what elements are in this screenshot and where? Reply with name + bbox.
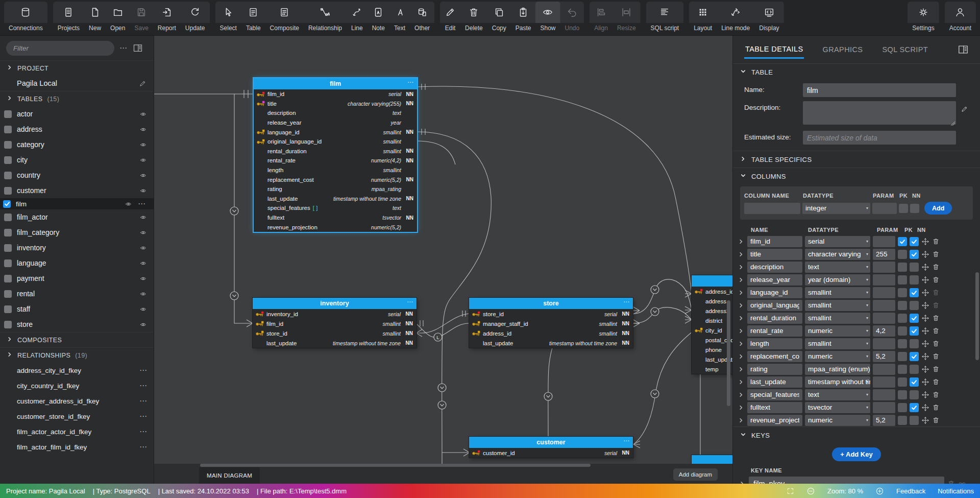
pk-checkbox[interactable] — [898, 403, 907, 412]
delete-column-icon[interactable] — [932, 276, 940, 283]
sidebar-item-customer[interactable]: customer — [0, 183, 154, 198]
column-param-input[interactable] — [873, 402, 895, 413]
column-name-input[interactable] — [747, 287, 802, 298]
nn-checkbox[interactable] — [910, 365, 919, 374]
sidebar-item-address[interactable]: address — [0, 122, 154, 137]
table-header[interactable]: address⋯ — [692, 275, 732, 287]
sidebar-item-city[interactable]: city — [0, 152, 154, 168]
pk-checkbox[interactable] — [898, 416, 907, 425]
diagram-table-clipped-table[interactable] — [692, 455, 732, 464]
key-link-icon[interactable] — [958, 480, 966, 484]
table-header[interactable]: store⋯ — [469, 298, 633, 309]
columns-section-header[interactable]: COLUMNS — [733, 168, 980, 184]
item-menu-icon[interactable]: ⋯ — [139, 412, 148, 421]
move-row-icon[interactable] — [921, 327, 929, 335]
table-section-header[interactable]: TABLE — [733, 64, 980, 80]
nn-checkbox[interactable] — [910, 352, 919, 361]
diagram-table-customer[interactable]: customer⋯customer_idserialNN — [469, 437, 633, 458]
pk-checkbox[interactable] — [898, 237, 907, 246]
note-button[interactable]: Note — [368, 2, 389, 32]
add-diagram-button[interactable]: Add diagram — [673, 468, 718, 481]
visibility-eye-icon[interactable] — [139, 214, 148, 221]
sidebar-item-store[interactable]: store — [0, 317, 154, 332]
delete-column-icon[interactable] — [932, 238, 940, 245]
table-checkbox[interactable] — [4, 275, 12, 282]
table-checkbox[interactable] — [3, 200, 11, 208]
table-header[interactable]: customer⋯ — [469, 437, 633, 448]
move-row-icon[interactable] — [921, 301, 929, 310]
edit-description-icon[interactable] — [961, 105, 968, 113]
sidebar-menu-icon[interactable]: ⋯ — [119, 43, 128, 53]
align-button[interactable]: Align — [590, 2, 612, 32]
expand-row-icon[interactable] — [738, 405, 745, 411]
table-checkbox[interactable] — [4, 172, 12, 179]
column-param-input[interactable] — [873, 325, 895, 337]
diagram-table-address[interactable]: address⋯address_idaddressaddress2distric… — [692, 275, 732, 374]
datatype-select[interactable]: text▾ — [805, 262, 870, 273]
sidebar-item-city_country_id_fkey[interactable]: city_country_id_fkey⋯ — [0, 378, 154, 393]
line-button[interactable]: Line — [347, 2, 368, 32]
edit-project-icon[interactable] — [139, 80, 146, 87]
show-button[interactable]: Show — [535, 2, 560, 32]
table-checkbox[interactable] — [4, 214, 12, 221]
expand-row-icon[interactable] — [738, 392, 745, 398]
table-name-field[interactable] — [803, 83, 956, 97]
visibility-eye-icon[interactable] — [139, 111, 148, 117]
table-checkbox[interactable] — [4, 156, 12, 164]
column-param-input[interactable] — [873, 351, 895, 362]
move-row-icon[interactable] — [921, 378, 929, 386]
expand-row-icon[interactable] — [738, 277, 745, 283]
pk-checkbox[interactable] — [898, 326, 907, 336]
datatype-select[interactable]: numeric▾ — [805, 325, 870, 337]
delete-button[interactable]: Delete — [460, 2, 487, 32]
sidebar-item-customer_store_id_fkey[interactable]: customer_store_id_fkey⋯ — [0, 409, 154, 424]
table-menu-icon[interactable]: ⋯ — [407, 298, 413, 305]
expand-row-icon[interactable] — [738, 290, 745, 296]
diagram-table-film[interactable]: film⋯film_idserialNNtitlecharacter varyi… — [254, 78, 417, 232]
delete-column-icon[interactable] — [932, 263, 940, 271]
sidebar-item-address_city_id_fkey[interactable]: address_city_id_fkey⋯ — [0, 363, 154, 378]
table-button[interactable]: Table — [241, 2, 265, 32]
column-param-input[interactable] — [873, 287, 895, 298]
datatype-select[interactable]: smallint▾ — [805, 313, 870, 324]
nn-checkbox[interactable] — [910, 237, 919, 246]
pk-checkbox[interactable] — [898, 365, 907, 374]
pk-checkbox[interactable] — [898, 352, 907, 361]
datatype-select[interactable]: smallint▾ — [805, 300, 870, 311]
pk-checkbox[interactable] — [898, 275, 907, 284]
move-row-icon[interactable] — [921, 404, 929, 412]
visibility-eye-icon[interactable] — [139, 260, 148, 267]
visibility-eye-icon[interactable] — [139, 172, 148, 179]
table-checkbox[interactable] — [4, 305, 12, 313]
new-column-param-input[interactable] — [872, 203, 897, 214]
connections-button[interactable]: Connections — [4, 2, 47, 32]
column-param-input[interactable] — [873, 376, 895, 388]
pk-checkbox[interactable] — [898, 263, 907, 272]
canvas-vertical-scrollbar[interactable] — [727, 300, 730, 406]
section-tables[interactable]: TABLES(15) — [0, 91, 154, 106]
table-header[interactable]: film⋯ — [254, 78, 417, 89]
sidebar-item-country[interactable]: country — [0, 168, 154, 183]
expand-row-icon[interactable] — [738, 328, 745, 334]
visibility-eye-icon[interactable] — [139, 229, 148, 236]
sidebar-item-customer_address_id_fkey[interactable]: customer_address_id_fkey⋯ — [0, 393, 154, 409]
section-composites[interactable]: COMPOSITES — [0, 332, 154, 347]
sidebar-item-actor[interactable]: actor — [0, 106, 154, 122]
datatype-select[interactable]: tsvector▾ — [805, 402, 870, 413]
visibility-eye-icon[interactable] — [139, 157, 148, 163]
diagram-table-store[interactable]: store⋯store_idserialNNmanager_staff_idsm… — [469, 298, 633, 348]
datatype-select[interactable]: serial▾ — [805, 236, 870, 247]
layout-button[interactable]: Layout — [689, 2, 717, 32]
pk-checkbox[interactable] — [898, 339, 907, 348]
expand-row-icon[interactable] — [738, 251, 745, 257]
pk-checkbox[interactable] — [898, 301, 907, 310]
sidebar-item-rental[interactable]: rental — [0, 286, 154, 301]
visibility-eye-icon[interactable] — [139, 275, 148, 282]
report-button[interactable]: Report — [153, 2, 181, 32]
move-row-icon[interactable] — [921, 289, 929, 297]
column-name-input[interactable] — [747, 364, 802, 375]
display-button[interactable]: Display — [754, 2, 783, 32]
move-row-icon[interactable] — [921, 340, 929, 348]
pk-checkbox[interactable] — [898, 377, 907, 387]
estimated-size-field[interactable] — [803, 131, 956, 145]
